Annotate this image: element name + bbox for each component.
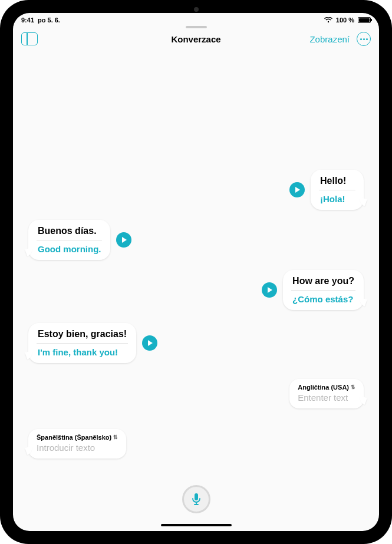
device-frame: 9:41 po 5. 6. 100 % Konverzace Zobrazen <box>0 0 392 544</box>
status-time: 9:41 <box>21 17 34 24</box>
message-original: Hello! <box>320 176 354 190</box>
play-button[interactable] <box>289 182 305 197</box>
microphone-icon <box>191 493 202 506</box>
message-bubble[interactable]: Hello! ¡Hola! <box>311 170 364 210</box>
message-bubble[interactable]: How are you? ¿Cómo estás? <box>283 270 364 310</box>
screen: 9:41 po 5. 6. 100 % Konverzace Zobrazen <box>13 13 379 531</box>
wifi-icon <box>324 17 332 23</box>
microphone-button[interactable] <box>182 485 210 513</box>
play-button[interactable] <box>142 335 157 351</box>
svg-rect-0 <box>195 493 198 500</box>
battery-icon <box>358 17 371 23</box>
chevron-updown-icon: ⇅ <box>113 435 118 440</box>
message-row: Buenos días. Good morning. <box>28 220 131 260</box>
message-original: Buenos días. <box>38 226 101 240</box>
text-input-right[interactable]: Angličtina (USA) ⇅ Ententer text <box>289 379 364 408</box>
status-battery-pct: 100 % <box>336 17 354 24</box>
message-bubble[interactable]: Buenos días. Good morning. <box>28 220 110 260</box>
divider <box>37 240 102 240</box>
camera-dot <box>194 7 199 12</box>
language-label: Španělština (Španělsko) <box>37 434 111 441</box>
conversation-area: Hello! ¡Hola! Buenos días. Good morning. <box>13 52 379 531</box>
message-bubble[interactable]: Estoy bien, gracias! I'm fine, thank you… <box>28 323 136 363</box>
language-selector-right[interactable]: Angličtina (USA) ⇅ <box>298 384 355 391</box>
message-original: How are you? <box>292 276 354 290</box>
message-row: Estoy bien, gracias! I'm fine, thank you… <box>28 323 157 363</box>
play-button[interactable] <box>262 282 277 298</box>
text-input-left[interactable]: Španělština (Španělsko) ⇅ Introducir tex… <box>28 429 126 459</box>
more-button[interactable] <box>357 32 371 46</box>
divider <box>319 190 355 190</box>
play-button[interactable] <box>116 232 131 248</box>
message-original: Estoy bien, gracias! <box>38 329 127 343</box>
message-translation: ¡Hola! <box>320 194 354 204</box>
message-row: Hello! ¡Hola! <box>289 170 364 210</box>
status-bar: 9:41 po 5. 6. 100 % <box>13 13 379 25</box>
view-button[interactable]: Zobrazení <box>309 34 350 44</box>
sidebar-toggle-button[interactable] <box>21 32 38 45</box>
message-row: How are you? ¿Cómo estás? <box>262 270 364 310</box>
divider <box>37 343 128 344</box>
input-placeholder: Introducir texto <box>37 443 118 453</box>
status-date: po 5. 6. <box>38 17 60 24</box>
message-translation: Good morning. <box>38 244 101 254</box>
message-translation: I'm fine, thank you! <box>38 347 127 357</box>
chevron-updown-icon: ⇅ <box>351 385 355 390</box>
divider <box>291 290 355 291</box>
home-indicator[interactable] <box>161 524 232 526</box>
language-label: Angličtina (USA) <box>298 384 349 391</box>
input-placeholder: Ententer text <box>298 393 355 403</box>
message-translation: ¿Cómo estás? <box>292 294 354 304</box>
nav-bar: Konverzace Zobrazení <box>13 28 379 52</box>
language-selector-left[interactable]: Španělština (Španělsko) ⇅ <box>37 434 118 441</box>
